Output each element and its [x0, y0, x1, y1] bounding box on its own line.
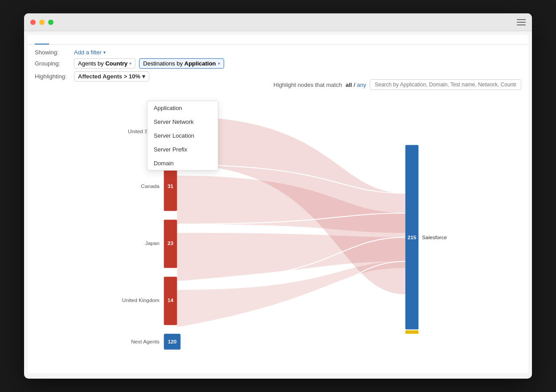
menu-line-1: [517, 19, 526, 20]
node-label-salesforce: Salesforce: [422, 234, 447, 241]
add-filter-button[interactable]: Add a filter: [74, 49, 106, 56]
any-option[interactable]: any: [357, 82, 366, 88]
node-label-ca: Canada: [141, 183, 160, 189]
showing-row: Showing: Add a filter: [35, 49, 521, 56]
affected-agents-text: Affected Agents > 10%: [78, 73, 140, 80]
titlebar: [24, 13, 532, 31]
application-dropdown-menu: Application Server Network Server Locati…: [147, 101, 218, 171]
match-options: all / any: [346, 82, 366, 88]
maximize-button[interactable]: [48, 20, 53, 25]
affected-agents-chevron: ▾: [142, 73, 145, 80]
dropdown-item-domain[interactable]: Domain: [147, 156, 218, 170]
menu-line-3: [517, 24, 526, 25]
node-value-ca: 31: [168, 183, 174, 189]
all-option[interactable]: all: [346, 82, 352, 88]
tab-active[interactable]: [35, 35, 49, 45]
top-nav: [28, 35, 528, 45]
highlight-section: Highlight nodes that match all / any: [274, 79, 521, 90]
agents-by-country-text: Agents by Country: [78, 60, 127, 67]
app-window: Showing: Add a filter Grouping: Agents b…: [24, 13, 532, 379]
sankey-svg: 276 United States 31 Canada 23 Japan 14 …: [37, 90, 519, 358]
highlight-label: Highlight nodes that match: [274, 82, 342, 88]
highlight-search-input[interactable]: [370, 79, 521, 90]
grouping-label: Grouping:: [35, 60, 70, 67]
dropdown-item-application[interactable]: Application: [147, 101, 218, 115]
node-value-next: 120: [168, 339, 177, 345]
node-bar-small: [405, 330, 419, 334]
grouping-row: Grouping: Agents by Country ▾ Destinatio…: [35, 58, 521, 69]
dropdown-item-server-location[interactable]: Server Location: [147, 129, 218, 143]
node-label-next: Next Agents: [131, 339, 159, 345]
destinations-by-application-text: Destinations by Application: [143, 60, 216, 67]
agents-country-chevron: ▾: [129, 61, 131, 66]
match-separator: /: [354, 82, 357, 88]
menu-line-2: [517, 22, 526, 23]
menu-icon[interactable]: [517, 19, 526, 25]
node-value-salesforce: 215: [408, 234, 417, 241]
tab-inactive[interactable]: [49, 35, 63, 45]
destinations-app-chevron: ▾: [218, 61, 220, 66]
node-label-uk: United Kingdom: [122, 297, 159, 303]
agents-by-country-dropdown[interactable]: Agents by Country ▾: [74, 58, 135, 69]
main-content: Showing: Add a filter Grouping: Agents b…: [28, 35, 528, 373]
node-value-uk: 14: [168, 297, 174, 303]
minimize-button[interactable]: [39, 20, 45, 25]
traffic-lights: [30, 20, 53, 25]
showing-label: Showing:: [35, 49, 70, 56]
node-label-jp: Japan: [145, 240, 159, 246]
node-value-jp: 23: [168, 240, 174, 246]
close-button[interactable]: [30, 20, 36, 25]
affected-agents-select[interactable]: Affected Agents > 10% ▾: [74, 71, 149, 82]
dropdown-item-server-prefix[interactable]: Server Prefix: [147, 143, 218, 156]
dropdown-item-server-network[interactable]: Server Network: [147, 115, 218, 129]
highlighting-label: Highlighting:: [35, 73, 70, 80]
destinations-by-application-dropdown[interactable]: Destinations by Application ▾: [139, 58, 224, 69]
sankey-diagram: 276 United States 31 Canada 23 Japan 14 …: [37, 90, 519, 358]
